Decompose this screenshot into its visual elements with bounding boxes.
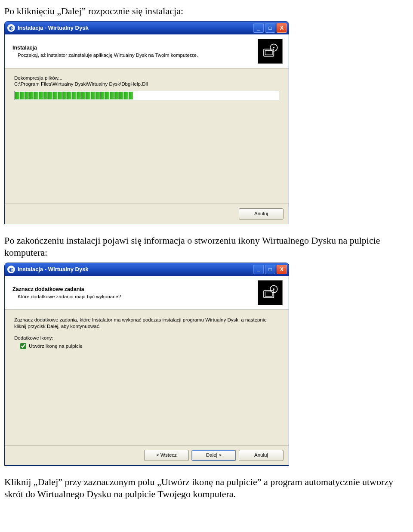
progress-segment bbox=[119, 92, 123, 99]
progress-segment bbox=[39, 92, 43, 99]
title-bar[interactable]: ◐ Instalacja - Wirtualny Dysk _ □ X bbox=[5, 22, 289, 34]
computer-disc-icon bbox=[258, 39, 283, 64]
svg-point-3 bbox=[273, 47, 274, 48]
progress-segment bbox=[77, 92, 81, 99]
wizard-footer: Anuluj bbox=[5, 204, 289, 224]
create-desktop-icon-row[interactable]: Utwórz ikonę na pulpicie bbox=[20, 343, 279, 349]
svg-point-7 bbox=[273, 288, 274, 290]
create-desktop-icon-checkbox[interactable] bbox=[20, 343, 26, 349]
title-bar[interactable]: ◐ Instalacja - Wirtualny Dysk _ □ X bbox=[5, 263, 289, 276]
wizard-header: Zaznacz dodatkowe zadania Które dodatkow… bbox=[5, 276, 289, 310]
cancel-button[interactable]: Anuluj bbox=[239, 208, 284, 220]
progress-segment bbox=[62, 92, 67, 99]
wizard-title: Instalacja bbox=[12, 45, 258, 51]
close-button[interactable]: X bbox=[277, 23, 287, 33]
create-desktop-icon-label: Utwórz ikonę na pulpicie bbox=[29, 343, 83, 349]
next-button[interactable]: Dalej > bbox=[191, 450, 236, 461]
progress-segment bbox=[81, 92, 86, 99]
wizard-body: Dekompresja plików... C:\Program Files\W… bbox=[5, 68, 289, 204]
window-title: Instalacja - Wirtualny Dysk bbox=[18, 25, 253, 31]
progress-segment bbox=[129, 92, 133, 99]
wizard-footer: < Wstecz Dalej > Anuluj bbox=[5, 445, 289, 465]
progress-segment bbox=[58, 92, 62, 99]
paragraph-intro-2: Po zakończeniu instalacji pojawi się inf… bbox=[4, 235, 409, 259]
progress-segment bbox=[29, 92, 34, 99]
progress-segment bbox=[20, 92, 24, 99]
progress-segment bbox=[114, 92, 119, 99]
paragraph-intro-3: Kliknij „Dalej” przy zaznaczonym polu „U… bbox=[4, 476, 409, 501]
wizard-subtitle: Poczekaj, aż instalator zainstaluje apli… bbox=[12, 53, 258, 58]
maximize-button[interactable]: □ bbox=[265, 23, 275, 33]
cancel-button[interactable]: Anuluj bbox=[239, 450, 284, 461]
progress-bar bbox=[14, 91, 279, 100]
installer-window-progress: ◐ Instalacja - Wirtualny Dysk _ □ X Inst… bbox=[4, 21, 289, 224]
maximize-button[interactable]: □ bbox=[265, 265, 275, 274]
tasks-intro-text: Zaznacz dodatkowe zadania, które Instala… bbox=[14, 317, 279, 330]
progress-segment bbox=[100, 92, 105, 99]
close-button[interactable]: X bbox=[277, 265, 287, 274]
minimize-button[interactable]: _ bbox=[253, 265, 264, 274]
wizard-subtitle: Które dodatkowe zadania mają być wykonan… bbox=[12, 294, 258, 299]
app-icon: ◐ bbox=[7, 266, 15, 273]
app-icon: ◐ bbox=[7, 24, 15, 32]
progress-segment bbox=[53, 92, 57, 99]
minimize-button[interactable]: _ bbox=[253, 23, 264, 33]
wizard-title: Zaznacz dodatkowe zadania bbox=[12, 286, 258, 292]
progress-segment bbox=[15, 92, 19, 99]
progress-segment bbox=[110, 92, 114, 99]
svg-rect-5 bbox=[265, 292, 272, 296]
progress-segment bbox=[105, 92, 109, 99]
wizard-body: Zaznacz dodatkowe zadania, które Instala… bbox=[5, 310, 289, 445]
progress-segment bbox=[67, 92, 71, 99]
back-button[interactable]: < Wstecz bbox=[144, 450, 189, 461]
window-title: Instalacja - Wirtualny Dysk bbox=[18, 266, 253, 272]
installer-window-tasks: ◐ Instalacja - Wirtualny Dysk _ □ X Zazn… bbox=[4, 263, 289, 466]
paragraph-intro-1: Po kliknięciu „Dalej” rozpocznie się ins… bbox=[4, 5, 409, 18]
progress-segment bbox=[86, 92, 90, 99]
progress-segment bbox=[91, 92, 95, 99]
computer-disc-icon bbox=[258, 280, 283, 305]
status-line-2: C:\Program Files\Wirtualny Dysk\Wirtualn… bbox=[14, 81, 279, 87]
progress-segment bbox=[25, 92, 29, 99]
progress-segment bbox=[124, 92, 128, 99]
progress-segment bbox=[48, 92, 52, 99]
progress-segment bbox=[96, 92, 100, 99]
progress-segment bbox=[34, 92, 38, 99]
tasks-group-label: Dodatkowe ikony: bbox=[14, 335, 279, 340]
progress-segment bbox=[72, 92, 76, 99]
progress-segment bbox=[43, 92, 48, 99]
svg-rect-1 bbox=[265, 50, 272, 55]
status-line-1: Dekompresja plików... bbox=[14, 75, 279, 80]
wizard-header: Instalacja Poczekaj, aż instalator zains… bbox=[5, 34, 289, 68]
